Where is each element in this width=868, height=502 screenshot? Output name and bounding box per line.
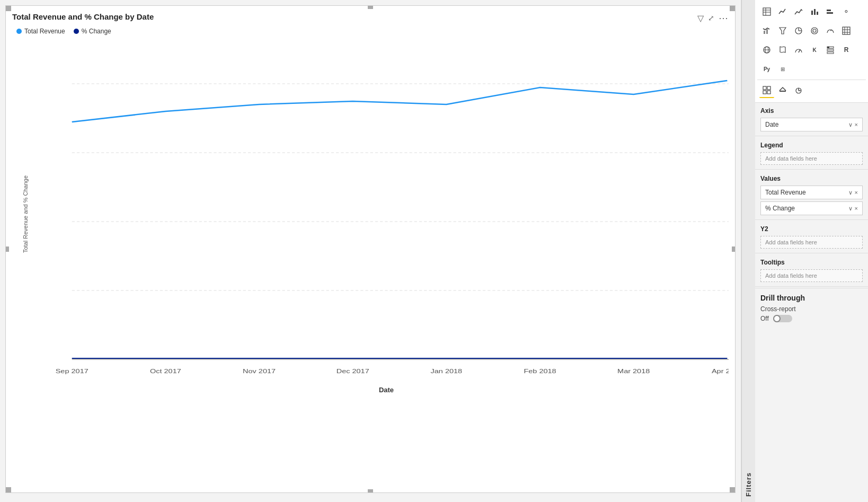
values-title: Values (760, 175, 863, 182)
axis-section: Axis Date ∨ × (755, 103, 868, 136)
custom-visual-icon[interactable]: ⊞ (775, 61, 790, 76)
tooltips-section: Tooltips Add data fields here (755, 254, 868, 286)
more-options-icon[interactable]: ⋯ (719, 12, 728, 24)
chart-toolbar: ▽ ⤢ ⋯ (697, 12, 728, 24)
combo-chart-icon[interactable] (759, 23, 774, 38)
svg-rect-25 (827, 10, 831, 11)
svg-text:Apr 2018: Apr 2018 (712, 368, 729, 375)
resize-handle-top[interactable] (368, 6, 373, 9)
revenue-line (72, 81, 728, 122)
chart-svg: $80K $60K $40K $20K $0K (44, 39, 729, 389)
globe-icon[interactable] (759, 42, 774, 57)
y2-title: Y2 (760, 225, 863, 233)
right-panel: Filters (741, 0, 868, 502)
line-chart-icon[interactable] (775, 4, 790, 19)
svg-text:Dec 2017: Dec 2017 (336, 368, 369, 375)
speed-icon[interactable] (791, 42, 806, 57)
tooltips-title: Tooltips (760, 259, 863, 266)
pie-icon[interactable] (791, 23, 806, 38)
column-chart-icon[interactable] (823, 4, 838, 19)
svg-rect-48 (827, 47, 829, 48)
legend-pct-change: % Change (74, 28, 111, 35)
filters-label[interactable]: Filters (741, 0, 755, 502)
python-icon[interactable]: Py (759, 61, 774, 76)
scatter-icon[interactable]: ⚬ (839, 4, 854, 19)
values-revenue-actions: ∨ × (848, 189, 858, 196)
axis-date-actions: ∨ × (848, 121, 858, 128)
drill-through-section: Drill through Cross-report Off (755, 288, 868, 328)
axis-title: Axis (760, 107, 863, 115)
svg-rect-49 (763, 86, 766, 90)
resize-handle-br[interactable] (730, 487, 735, 492)
drill-through-title: Drill through (760, 294, 863, 302)
chevron-down-axis[interactable]: ∨ (848, 121, 853, 128)
svg-rect-47 (827, 52, 834, 54)
axis-date-field[interactable]: Date ∨ × (760, 118, 863, 131)
values-revenue-label: Total Revenue (765, 189, 806, 196)
r-icon[interactable]: R (839, 42, 854, 57)
resize-handle-bl[interactable] (6, 487, 11, 492)
area-chart-icon[interactable] (791, 4, 806, 19)
svg-rect-18 (763, 8, 770, 15)
format-icon[interactable] (775, 83, 790, 98)
tooltips-placeholder[interactable]: Add data fields here (760, 269, 863, 282)
toggle-off-label: Off (760, 315, 769, 322)
kpi-icon[interactable]: K (807, 42, 822, 57)
chart-panel: Total Revenue and % Change by Date ▽ ⤢ ⋯… (0, 0, 741, 502)
svg-rect-22 (811, 11, 813, 15)
chevron-down-pct[interactable]: ∨ (848, 205, 853, 212)
toggle-thumb (773, 315, 781, 322)
slicer-icon[interactable] (823, 42, 838, 57)
axis-date-label: Date (765, 121, 778, 128)
cross-report-toggle[interactable] (773, 315, 792, 322)
close-revenue[interactable]: × (855, 189, 858, 196)
close-pct[interactable]: × (855, 205, 858, 212)
svg-text:Mar 2018: Mar 2018 (617, 368, 650, 375)
y2-placeholder[interactable]: Add data fields here (760, 236, 863, 249)
gauge-icon[interactable] (823, 23, 838, 38)
table-icon[interactable] (759, 4, 774, 19)
analytics-icon[interactable] (791, 83, 806, 98)
svg-rect-52 (767, 91, 770, 94)
svg-rect-46 (827, 49, 834, 51)
svg-point-33 (811, 28, 818, 34)
legend-placeholder[interactable]: Add data fields here (760, 152, 863, 165)
legend-total-revenue: Total Revenue (16, 28, 65, 35)
values-pct-label: % Change (765, 205, 795, 212)
filter-icon[interactable]: ▽ (697, 13, 704, 23)
visualization-toolbar: ⚬ (755, 0, 868, 103)
map-icon[interactable] (775, 42, 790, 57)
chart-card: Total Revenue and % Change by Date ▽ ⤢ ⋯… (5, 5, 736, 493)
resize-handle-bottom[interactable] (368, 489, 373, 492)
y2-section: Y2 Add data fields here (755, 221, 868, 253)
resize-handle-tl[interactable] (6, 6, 11, 11)
legend-dot-revenue (16, 29, 22, 34)
values-pct-field[interactable]: % Change ∨ × (760, 201, 863, 215)
donut-icon[interactable] (807, 23, 822, 38)
svg-marker-29 (780, 28, 786, 34)
legend-title: Legend (760, 142, 863, 149)
matrix-icon[interactable] (839, 23, 854, 38)
svg-rect-27 (764, 31, 765, 34)
legend-dot-pct (74, 29, 79, 34)
chart-title: Total Revenue and % Change by Date (12, 12, 154, 21)
expand-icon[interactable]: ⤢ (708, 14, 714, 22)
funnel-icon[interactable] (775, 23, 790, 38)
chevron-down-revenue[interactable]: ∨ (848, 189, 853, 196)
svg-rect-51 (763, 91, 766, 94)
legend-label-pct: % Change (82, 28, 111, 35)
svg-text:Nov 2017: Nov 2017 (243, 368, 276, 375)
bar-chart-icon[interactable] (807, 4, 822, 19)
drill-cross-report-label: Cross-report (760, 305, 863, 313)
chart-legend: Total Revenue % Change (16, 28, 729, 35)
resize-handle-tr[interactable] (730, 6, 735, 11)
svg-text:Feb 2018: Feb 2018 (524, 368, 556, 375)
resize-handle-left[interactable] (6, 246, 9, 252)
values-revenue-field[interactable]: Total Revenue ∨ × (760, 186, 863, 199)
close-axis[interactable]: × (855, 121, 858, 128)
svg-rect-23 (814, 9, 816, 15)
fields-icon[interactable] (759, 83, 774, 98)
svg-rect-53 (780, 91, 786, 92)
legend-label-revenue: Total Revenue (24, 28, 65, 35)
resize-handle-right[interactable] (732, 246, 735, 252)
